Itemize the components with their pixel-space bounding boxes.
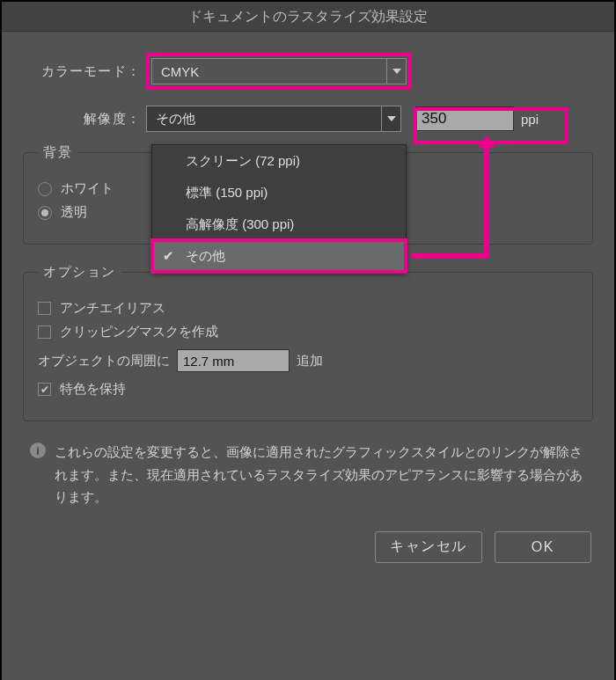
checkbox-icon: ✔ — [38, 383, 51, 396]
cancel-button[interactable]: キャンセル — [375, 531, 482, 563]
info-icon: i — [30, 442, 46, 458]
radio-icon — [38, 182, 52, 196]
annotation-arrow-head-icon — [478, 135, 495, 148]
around-prefix: オブジェクトの周囲に — [38, 353, 170, 369]
resolution-option-screen[interactable]: スクリーン (72 ppi) — [152, 145, 406, 177]
antialias-checkbox[interactable]: アンチエイリアス — [38, 300, 578, 317]
dialog-window: ドキュメントのラスタライズ効果設定 カラーモード： CMYK 解像度： その他 … — [2, 2, 614, 680]
resolution-option-standard[interactable]: 標準 (150 ppi) — [152, 177, 406, 208]
annotation-arrow-line — [412, 219, 489, 259]
color-mode-label: カラーモード： — [23, 63, 146, 80]
color-mode-dropdown[interactable]: CMYK — [151, 58, 407, 84]
checkbox-icon — [38, 325, 51, 339]
info-text: これらの設定を変更すると、画像に適用されたグラフィックスタイルとのリンクが解除さ… — [55, 441, 586, 508]
around-value-input[interactable] — [177, 349, 290, 372]
resolution-custom-input[interactable] — [415, 106, 514, 131]
ok-button[interactable]: OK — [495, 531, 591, 563]
resolution-option-other[interactable]: ✔ その他 — [152, 240, 406, 272]
annotation-frame-color-mode: CMYK — [146, 53, 412, 90]
options-legend: オプション — [38, 264, 121, 281]
clippingmask-checkbox[interactable]: クリッピングマスクを作成 — [38, 324, 578, 340]
resolution-dropdown-menu: スクリーン (72 ppi) 標準 (150 ppi) 高解像度 (300 pp… — [151, 144, 407, 273]
checkbox-label: クリッピングマスクを作成 — [60, 324, 218, 340]
resolution-dropdown[interactable]: その他 — [146, 106, 401, 132]
options-fieldset: オプション アンチエイリアス クリッピングマスクを作成 オブジェクトの周囲に 追… — [23, 264, 593, 421]
chevron-down-icon — [381, 106, 400, 131]
annotation-arrow-line — [484, 144, 489, 223]
check-icon: ✔ — [163, 248, 174, 264]
checkbox-label: アンチエイリアス — [60, 300, 165, 317]
chevron-down-icon — [386, 59, 406, 84]
spotcolor-checkbox[interactable]: ✔ 特色を保持 — [38, 381, 578, 398]
checkbox-icon — [38, 302, 51, 315]
ppi-unit-label: ppi — [521, 112, 539, 127]
radio-label: ホワイト — [61, 180, 114, 197]
around-suffix: 追加 — [297, 353, 323, 369]
resolution-label: 解像度： — [23, 111, 146, 128]
dialog-title: ドキュメントのラスタライズ効果設定 — [2, 2, 614, 32]
radio-label: 透明 — [61, 204, 87, 221]
resolution-option-highres[interactable]: 高解像度 (300 ppi) — [152, 208, 406, 240]
checkbox-label: 特色を保持 — [60, 381, 126, 398]
resolution-value: その他 — [156, 111, 195, 128]
color-mode-value: CMYK — [161, 64, 199, 79]
radio-icon — [38, 206, 52, 220]
background-legend: 背景 — [38, 144, 77, 161]
